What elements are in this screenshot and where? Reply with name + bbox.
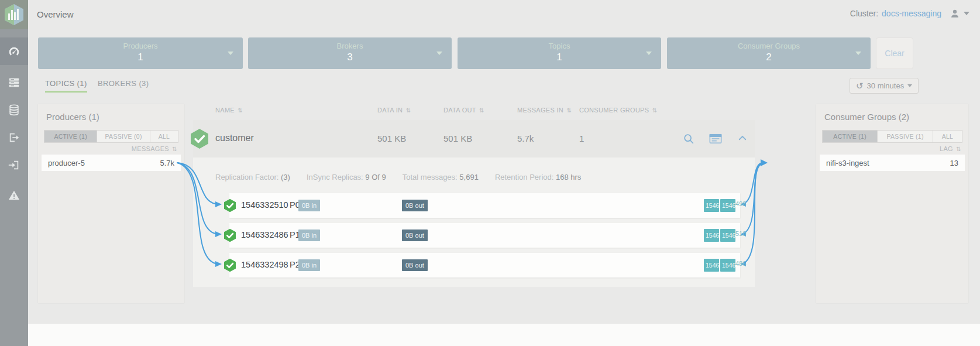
caret-down-icon [436,52,442,55]
column-header-data-in[interactable]: DATA IN ⇅ [377,107,411,114]
partition-status-ok-icon [223,258,237,272]
producers-filter-card[interactable]: Producers 1 [38,37,243,69]
partition-row-p0[interactable]: 1546332510 P0 0B in 0B out 15463 15463 [229,193,740,218]
user-menu-caret-icon[interactable] [964,12,969,15]
sidebar-item-brokers[interactable] [0,68,28,96]
replica-overflow-text: 498 [735,200,746,207]
card-value: 1 [458,52,661,63]
sidebar-item-overview[interactable] [0,37,28,65]
topic-name: customer [215,133,254,143]
consumer-groups-panel: Consumer Groups (2) ACTIVE (1) PASSIVE (… [816,104,968,303]
database-icon [8,104,20,117]
warning-icon [8,189,20,202]
topic-data-in: 501 KB [377,133,406,143]
header-right: Cluster: docs-messaging [850,8,969,19]
consumers-filter-passive[interactable]: PASSIVE (1) [878,130,933,143]
replica-badge[interactable]: 15463 [720,259,735,272]
column-header-messages-in[interactable]: MESSAGES IN ⇅ [517,107,572,114]
producers-filter-all[interactable]: ALL [150,130,178,143]
consumer-in-icon [8,159,20,172]
sidebar [0,0,28,346]
card-label: Topics [458,42,661,50]
consumer-group-lag: 13 [950,159,958,167]
replica-overflow-text: 510 [735,230,746,237]
bottom-strip [28,324,980,346]
data-in-badge: 0B in [298,259,320,271]
sort-icon: ⇅ [172,146,177,152]
card-label: Consumer Groups [667,42,871,50]
partition-row-p1[interactable]: 1546332486 P1 0B in 0B out 15463 15463 [229,223,740,248]
sidebar-item-producers[interactable] [0,124,28,151]
producer-out-icon [8,131,20,144]
sidebar-item-consumers[interactable] [0,151,28,179]
clear-filters-button[interactable]: Clear [876,37,913,69]
sort-icon: ⇅ [652,107,658,114]
partition-status-ok-icon [223,228,237,242]
user-icon[interactable] [950,8,960,19]
data-out-badge: 0B out [402,229,428,241]
sort-icon: ⇅ [956,146,961,152]
broker-list-icon [8,76,20,89]
app-logo[interactable] [0,0,28,29]
replica-badge[interactable]: 15463 [704,229,719,242]
caret-down-icon [855,52,861,55]
sidebar-item-topics[interactable] [0,96,28,124]
partition-broker-id: 1546332486 [241,230,288,239]
caret-down-icon [646,52,652,55]
producer-name: producer-5 [48,159,85,167]
producer-messages: 5.7k [160,159,174,167]
producers-filter-active[interactable]: ACTIVE (1) [44,130,97,143]
time-range-dropdown[interactable]: ↺ 30 minutes [850,78,919,94]
producer-row[interactable]: producer-5 5.7k [42,155,181,171]
tab-brokers[interactable]: BROKERS (3) [98,79,149,91]
tab-topics[interactable]: TOPICS (1) [45,79,87,93]
partition-broker-id: 1546332510 [241,200,288,210]
partition-row-p2[interactable]: 1546332498 P2 0B in 0B out 15463 15463 [229,253,740,278]
consumers-state-filter: ACTIVE (1) PASSIVE (1) ALL [822,130,962,143]
replica-badge[interactable]: 15463 [720,199,735,212]
topic-search-icon[interactable] [683,133,694,145]
data-in-badge: 0B in [298,229,320,241]
replica-overflow-text: 486 [735,260,746,267]
consumer-groups-filter-card[interactable]: Consumer Groups 2 [667,37,871,69]
producers-filter-passive[interactable]: PASSIVE (0) [97,130,150,143]
collapse-chevron-up-icon[interactable] [737,133,748,143]
insync-replicas: InSync Replicas: 9 Of 9 [307,173,386,181]
partition-status-ok-icon [223,198,237,213]
column-header-name[interactable]: NAME ⇅ [215,107,243,114]
sort-icon: ⇅ [406,107,411,114]
cluster-label: Cluster: [850,9,878,18]
producers-panel: Producers (1) ACTIVE (1) PASSIVE (0) ALL… [38,104,184,303]
partition-broker-id: 1546332498 [241,260,288,269]
data-in-badge: 0B in [298,200,320,211]
consumer-group-row[interactable]: nifi-s3-ingest 13 [820,155,965,171]
time-range-label: 30 minutes [867,81,905,90]
column-header-consumer-groups[interactable]: CONSUMER GROUPS ⇅ [579,107,657,114]
sidebar-item-alerts[interactable] [0,181,28,209]
caret-down-icon [907,84,912,87]
sort-icon: ⇅ [238,107,243,114]
total-messages: Total messages: 5,691 [403,173,479,181]
producers-panel-title: Producers (1) [46,112,99,122]
replication-factor: Replication Factor: (3) [215,173,290,181]
replica-badge[interactable]: 15463 [704,199,719,212]
data-out-badge: 0B out [402,200,428,211]
topic-header-row[interactable]: customer 501 KB 501 KB 5.7k 1 [193,120,755,157]
consumers-filter-active[interactable]: ACTIVE (1) [822,130,878,143]
replica-badge[interactable]: 15463 [704,259,719,272]
retention-period: Retention Period: 168 hrs [495,173,581,181]
topic-profile-icon[interactable] [709,133,722,145]
card-value: 2 [667,52,871,63]
brokers-filter-card[interactable]: Brokers 3 [248,37,452,69]
column-header-data-out[interactable]: DATA OUT ⇅ [443,107,484,114]
topic-metadata: Replication Factor: (3) InSync Replicas:… [215,173,581,181]
consumers-filter-all[interactable]: ALL [933,130,962,143]
card-value: 3 [248,52,452,63]
cluster-name-link[interactable]: docs-messaging [882,9,941,18]
producers-state-filter: ACTIVE (1) PASSIVE (0) ALL [44,130,178,143]
messages-column-header[interactable]: MESSAGES ⇅ [132,145,177,152]
smm-logo-icon [4,4,25,26]
topics-filter-card[interactable]: Topics 1 [458,37,661,69]
lag-column-header[interactable]: LAG ⇅ [940,145,961,152]
replica-badge[interactable]: 15463 [720,229,735,242]
